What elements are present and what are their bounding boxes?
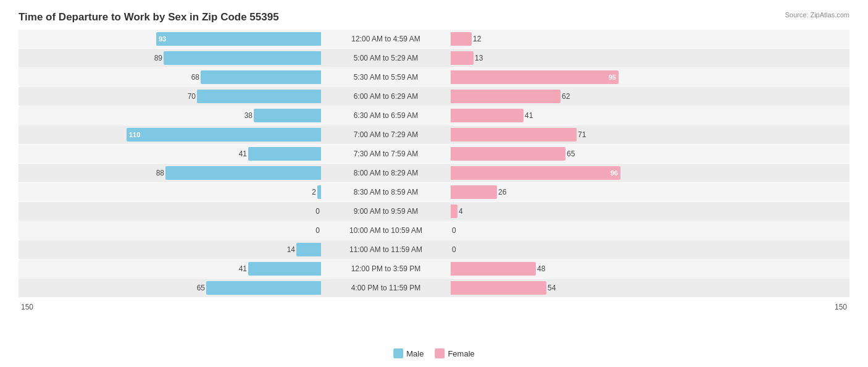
time-label: 4:00 PM to 11:59 PM: [321, 284, 451, 292]
scale-right: 150: [835, 303, 847, 311]
male-bar-container: 38: [37, 109, 321, 122]
male-value-inside: 93: [159, 35, 166, 43]
right-section: 26: [451, 183, 753, 201]
row-inner: 0 10:00 AM to 10:59 AM 0: [19, 221, 849, 240]
male-bar-container: 41: [37, 147, 321, 161]
legend-male: Male: [393, 348, 424, 358]
female-bar: 41: [451, 109, 524, 122]
male-bar-container: 2: [37, 185, 321, 199]
male-bar-container: 70: [37, 90, 321, 103]
male-value: 70: [177, 92, 196, 101]
female-value-inside: 96: [611, 169, 618, 177]
female-value: 12: [473, 35, 489, 43]
female-bar-container: 26: [451, 185, 735, 199]
male-value-inside: 110: [129, 131, 140, 138]
female-value: 54: [548, 284, 564, 292]
male-bar: 89: [164, 51, 321, 65]
time-label: 7:00 AM to 7:29 AM: [321, 130, 451, 139]
chart-area: 93 12:00 AM to 4:59 AM 12 89: [19, 30, 849, 298]
female-bar-container: 12: [451, 32, 735, 46]
bar-row: 0 10:00 AM to 10:59 AM 0: [19, 221, 849, 240]
bar-row: 41 12:00 PM to 3:59 PM 48: [19, 259, 849, 279]
female-swatch: [435, 348, 444, 358]
male-bar-container: 93: [37, 32, 321, 46]
female-bar: 96: [451, 166, 620, 180]
chart-container: Time of Departure to Work by Sex in Zip …: [0, 0, 868, 367]
male-bar: 70: [197, 90, 321, 103]
male-bar: 41: [248, 147, 321, 161]
female-label: Female: [448, 349, 474, 358]
male-bar: 68: [201, 70, 321, 84]
right-section: 65: [451, 145, 753, 163]
female-bar: 95: [451, 70, 619, 84]
male-swatch: [393, 348, 403, 358]
left-section: 41: [19, 145, 321, 163]
left-section: 2: [19, 183, 321, 201]
time-label: 11:00 AM to 11:59 AM: [321, 245, 451, 254]
bar-row: 70 6:00 AM to 6:29 AM 62: [19, 87, 849, 106]
male-value: 89: [144, 54, 162, 62]
bar-row: 110 7:00 AM to 7:29 AM 71: [19, 125, 849, 145]
female-bar: 12: [451, 32, 472, 46]
row-inner: 93 12:00 AM to 4:59 AM 12: [19, 30, 849, 48]
male-bar-container: 110: [37, 128, 321, 141]
source-label: Source: ZipAtlas.com: [785, 11, 849, 19]
male-bar: 41: [248, 262, 321, 276]
female-value: 48: [537, 264, 553, 273]
left-section: 110: [19, 125, 321, 144]
male-value: 38: [234, 111, 252, 120]
row-inner: 41 7:30 AM to 7:59 AM 65: [19, 145, 849, 163]
left-section: 38: [19, 106, 321, 125]
right-section: 13: [451, 49, 753, 67]
female-value: 41: [525, 111, 541, 120]
male-bar-container: 89: [37, 51, 321, 65]
time-label: 6:30 AM to 6:59 AM: [321, 111, 451, 120]
legend-female: Female: [435, 348, 474, 358]
male-bar: 110: [127, 128, 321, 141]
row-inner: 2 8:30 AM to 8:59 AM 26: [19, 183, 849, 201]
female-bar-container: 13: [451, 51, 735, 65]
male-value: 65: [186, 284, 205, 292]
female-value: 71: [578, 130, 594, 139]
left-section: 14: [19, 240, 321, 259]
male-value: 68: [181, 73, 199, 82]
male-bar: 38: [254, 109, 321, 122]
female-bar-container: 95: [451, 70, 735, 84]
left-section: 70: [19, 87, 321, 106]
female-bar: 48: [451, 262, 536, 276]
scale-left: 150: [21, 303, 33, 311]
row-inner: 0 9:00 AM to 9:59 AM 4: [19, 202, 849, 221]
female-bar: 54: [451, 281, 546, 295]
female-bar: 62: [451, 90, 561, 103]
male-bar-container: 88: [37, 166, 321, 180]
time-label: 12:00 AM to 4:59 AM: [321, 35, 451, 43]
male-bar: 88: [165, 166, 321, 180]
time-label: 5:30 AM to 5:59 AM: [321, 73, 451, 82]
right-section: 96: [451, 164, 753, 182]
female-bar-container: 62: [451, 90, 735, 103]
male-value: 41: [228, 264, 247, 273]
female-value-inside: 95: [609, 74, 616, 81]
left-section: 89: [19, 49, 321, 67]
right-section: 95: [451, 68, 753, 86]
male-bar-container: 0: [37, 224, 321, 237]
left-section: 65: [19, 279, 321, 297]
female-value: 65: [567, 150, 583, 158]
bar-row: 0 9:00 AM to 9:59 AM 4: [19, 202, 849, 221]
right-section: 0: [451, 240, 753, 259]
time-label: 8:30 AM to 8:59 AM: [321, 188, 451, 196]
female-bar-container: 48: [451, 262, 735, 276]
chart-title: Time of Departure to Work by Sex in Zip …: [19, 11, 849, 23]
female-bar: 71: [451, 128, 577, 141]
bar-row: 68 5:30 AM to 5:59 AM 95: [19, 68, 849, 87]
female-bar: 65: [451, 147, 565, 161]
male-value: 41: [228, 150, 247, 158]
right-section: 62: [451, 87, 753, 106]
male-bar: 14: [296, 243, 321, 256]
male-bar: 65: [206, 281, 321, 295]
female-value: 26: [498, 188, 514, 196]
bar-row: 14 11:00 AM to 11:59 AM 0: [19, 240, 849, 259]
bar-row: 88 8:00 AM to 8:29 AM 96: [19, 164, 849, 183]
female-bar-container: 54: [451, 281, 735, 295]
female-bar: 4: [451, 205, 457, 218]
